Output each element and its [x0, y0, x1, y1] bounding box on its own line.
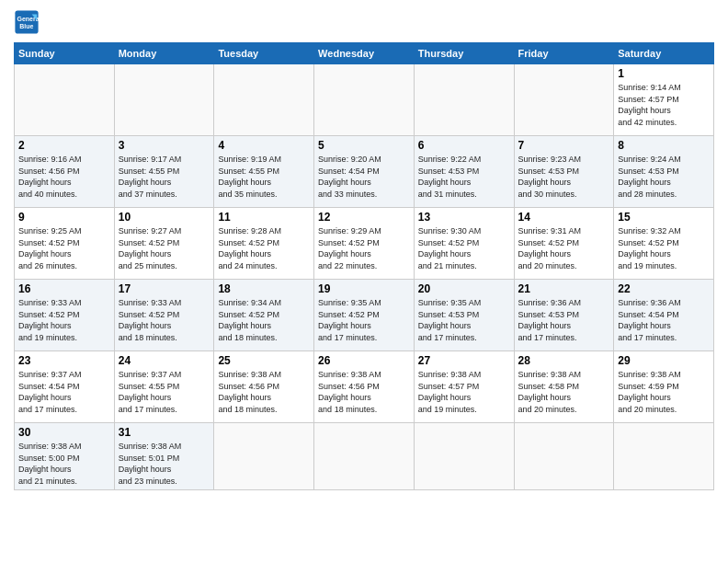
calendar-week-2: 9Sunrise: 9:25 AMSunset: 4:52 PMDaylight… — [15, 208, 714, 280]
calendar-cell: 20Sunrise: 9:35 AMSunset: 4:53 PMDayligh… — [414, 280, 514, 351]
calendar-cell — [414, 64, 514, 136]
day-number: 20 — [418, 282, 510, 295]
calendar-cell — [314, 64, 415, 136]
day-info: Sunrise: 9:24 AMSunset: 4:53 PMDaylight … — [618, 154, 710, 200]
header: General Blue — [14, 9, 714, 35]
day-number: 27 — [418, 354, 510, 367]
calendar-cell — [114, 64, 214, 136]
day-info: Sunrise: 9:19 AMSunset: 4:55 PMDaylight … — [218, 154, 310, 200]
day-number: 5 — [318, 139, 410, 152]
day-number: 13 — [418, 211, 510, 224]
calendar-cell: 23Sunrise: 9:37 AMSunset: 4:54 PMDayligh… — [15, 351, 115, 423]
day-info: Sunrise: 9:36 AMSunset: 4:54 PMDaylight … — [618, 297, 710, 343]
day-number: 25 — [218, 354, 310, 367]
calendar-cell: 29Sunrise: 9:38 AMSunset: 4:59 PMDayligh… — [614, 351, 714, 423]
calendar-cell: 16Sunrise: 9:33 AMSunset: 4:52 PMDayligh… — [15, 280, 115, 351]
day-info: Sunrise: 9:38 AMSunset: 5:00 PMDaylight … — [18, 441, 110, 487]
day-info: Sunrise: 9:36 AMSunset: 4:53 PMDaylight … — [518, 297, 610, 343]
calendar-week-3: 16Sunrise: 9:33 AMSunset: 4:52 PMDayligh… — [15, 280, 714, 351]
day-number: 31 — [119, 426, 210, 439]
calendar-cell — [414, 423, 514, 490]
calendar-cell — [15, 64, 115, 136]
day-number: 7 — [518, 139, 610, 152]
day-header-thursday: Thursday — [414, 43, 514, 64]
day-info: Sunrise: 9:29 AMSunset: 4:52 PMDaylight … — [318, 225, 410, 271]
day-info: Sunrise: 9:32 AMSunset: 4:52 PMDaylight … — [618, 225, 710, 271]
calendar-cell: 4Sunrise: 9:19 AMSunset: 4:55 PMDaylight… — [214, 136, 314, 208]
day-number: 22 — [618, 282, 710, 295]
calendar-cell: 7Sunrise: 9:23 AMSunset: 4:53 PMDaylight… — [514, 136, 614, 208]
calendar-week-1: 2Sunrise: 9:16 AMSunset: 4:56 PMDaylight… — [15, 136, 714, 208]
day-info: Sunrise: 9:16 AMSunset: 4:56 PMDaylight … — [18, 154, 110, 200]
day-header-friday: Friday — [514, 43, 614, 64]
calendar-cell: 8Sunrise: 9:24 AMSunset: 4:53 PMDaylight… — [614, 136, 714, 208]
calendar-cell — [514, 423, 614, 490]
day-info: Sunrise: 9:30 AMSunset: 4:52 PMDaylight … — [418, 225, 510, 271]
day-number: 17 — [119, 282, 210, 295]
calendar-cell: 19Sunrise: 9:35 AMSunset: 4:52 PMDayligh… — [314, 280, 415, 351]
day-info: Sunrise: 9:38 AMSunset: 4:56 PMDaylight … — [318, 369, 410, 415]
day-info: Sunrise: 9:35 AMSunset: 4:53 PMDaylight … — [418, 297, 510, 343]
day-number: 19 — [318, 282, 410, 295]
calendar-cell: 31Sunrise: 9:38 AMSunset: 5:01 PMDayligh… — [114, 423, 214, 490]
day-number: 10 — [119, 211, 210, 224]
calendar-cell: 12Sunrise: 9:29 AMSunset: 4:52 PMDayligh… — [314, 208, 415, 280]
calendar-week-4: 23Sunrise: 9:37 AMSunset: 4:54 PMDayligh… — [15, 351, 714, 423]
day-info: Sunrise: 9:35 AMSunset: 4:52 PMDaylight … — [318, 297, 410, 343]
day-header-saturday: Saturday — [614, 43, 714, 64]
calendar-cell — [214, 64, 314, 136]
day-header-monday: Monday — [114, 43, 214, 64]
day-info: Sunrise: 9:38 AMSunset: 5:01 PMDaylight … — [119, 441, 210, 487]
day-info: Sunrise: 9:14 AMSunset: 4:57 PMDaylight … — [618, 82, 710, 128]
calendar-cell: 10Sunrise: 9:27 AMSunset: 4:52 PMDayligh… — [114, 208, 214, 280]
day-number: 3 — [119, 139, 210, 152]
day-number: 30 — [18, 426, 110, 439]
day-header-wednesday: Wednesday — [314, 43, 415, 64]
day-header-sunday: Sunday — [15, 43, 115, 64]
calendar-cell — [514, 64, 614, 136]
calendar-cell: 2Sunrise: 9:16 AMSunset: 4:56 PMDaylight… — [15, 136, 115, 208]
day-info: Sunrise: 9:34 AMSunset: 4:52 PMDaylight … — [218, 297, 310, 343]
calendar-week-5: 30Sunrise: 9:38 AMSunset: 5:00 PMDayligh… — [15, 423, 714, 490]
calendar-cell: 3Sunrise: 9:17 AMSunset: 4:55 PMDaylight… — [114, 136, 214, 208]
calendar-cell: 5Sunrise: 9:20 AMSunset: 4:54 PMDaylight… — [314, 136, 415, 208]
calendar-cell: 13Sunrise: 9:30 AMSunset: 4:52 PMDayligh… — [414, 208, 514, 280]
calendar-table: SundayMondayTuesdayWednesdayThursdayFrid… — [14, 42, 714, 490]
day-number: 15 — [618, 211, 710, 224]
calendar-week-0: 1Sunrise: 9:14 AMSunset: 4:57 PMDaylight… — [15, 64, 714, 136]
day-info: Sunrise: 9:38 AMSunset: 4:57 PMDaylight … — [418, 369, 510, 415]
svg-text:Blue: Blue — [19, 23, 33, 29]
day-info: Sunrise: 9:25 AMSunset: 4:52 PMDaylight … — [18, 225, 110, 271]
calendar-cell — [614, 423, 714, 490]
day-info: Sunrise: 9:37 AMSunset: 4:55 PMDaylight … — [119, 369, 210, 415]
calendar-cell: 9Sunrise: 9:25 AMSunset: 4:52 PMDaylight… — [15, 208, 115, 280]
calendar-cell: 6Sunrise: 9:22 AMSunset: 4:53 PMDaylight… — [414, 136, 514, 208]
calendar-cell: 30Sunrise: 9:38 AMSunset: 5:00 PMDayligh… — [15, 423, 115, 490]
day-number: 24 — [119, 354, 210, 367]
calendar-cell — [314, 423, 415, 490]
day-info: Sunrise: 9:33 AMSunset: 4:52 PMDaylight … — [119, 297, 210, 343]
day-info: Sunrise: 9:37 AMSunset: 4:54 PMDaylight … — [18, 369, 110, 415]
day-number: 12 — [318, 211, 410, 224]
calendar-cell: 28Sunrise: 9:38 AMSunset: 4:58 PMDayligh… — [514, 351, 614, 423]
day-number: 9 — [18, 211, 110, 224]
day-number: 14 — [518, 211, 610, 224]
day-number: 28 — [518, 354, 610, 367]
day-number: 6 — [418, 139, 510, 152]
day-number: 21 — [518, 282, 610, 295]
day-number: 1 — [618, 67, 710, 80]
day-number: 18 — [218, 282, 310, 295]
svg-rect-0 — [15, 10, 38, 33]
day-info: Sunrise: 9:28 AMSunset: 4:52 PMDaylight … — [218, 225, 310, 271]
day-info: Sunrise: 9:23 AMSunset: 4:53 PMDaylight … — [518, 154, 610, 200]
calendar-cell: 1Sunrise: 9:14 AMSunset: 4:57 PMDaylight… — [614, 64, 714, 136]
day-info: Sunrise: 9:20 AMSunset: 4:54 PMDaylight … — [318, 154, 410, 200]
day-number: 26 — [318, 354, 410, 367]
calendar-cell — [214, 423, 314, 490]
day-number: 2 — [18, 139, 110, 152]
day-number: 11 — [218, 211, 310, 224]
calendar-cell: 17Sunrise: 9:33 AMSunset: 4:52 PMDayligh… — [114, 280, 214, 351]
day-info: Sunrise: 9:33 AMSunset: 4:52 PMDaylight … — [18, 297, 110, 343]
calendar-cell: 15Sunrise: 9:32 AMSunset: 4:52 PMDayligh… — [614, 208, 714, 280]
calendar-cell: 21Sunrise: 9:36 AMSunset: 4:53 PMDayligh… — [514, 280, 614, 351]
